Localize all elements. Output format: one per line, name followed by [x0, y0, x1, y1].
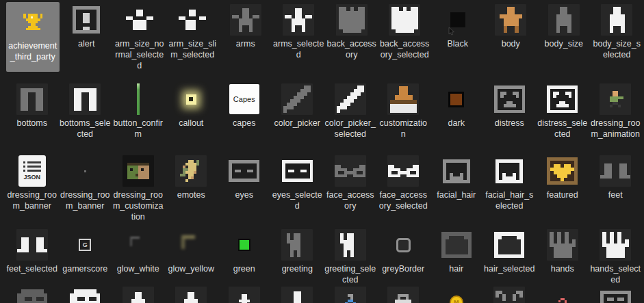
asset-tile-arm-size-normal-selected[interactable]: arm_size_normal_selected	[113, 0, 166, 79]
asset-tile-greeting[interactable]: greeting	[271, 225, 324, 282]
icon-area	[17, 286, 47, 303]
asset-label: arms_selected	[272, 38, 326, 60]
asset-tile-head-tile-white[interactable]	[59, 282, 112, 303]
asset-tile-glow-white[interactable]: glow_white	[112, 225, 165, 282]
asset-tile-head-tile-gray[interactable]	[5, 282, 59, 303]
asset-tile-hands-selected[interactable]: hands_selected	[589, 225, 643, 282]
asset-label: alert	[60, 38, 114, 49]
asset-tile-red-glyph[interactable]	[536, 282, 589, 303]
asset-label: feet	[589, 189, 643, 200]
asset-tile-greeting-selected[interactable]: greeting_selected	[324, 225, 377, 282]
asset-tile-back-accessory-selected[interactable]: back_accessory_selected	[378, 0, 432, 79]
asset-tile-facial-hair[interactable]: facial_hair	[430, 151, 483, 225]
asset-grid: achievement_third_partyalertarm_size_nor…	[0, 0, 644, 303]
asset-tile-arm-size-slim-selected[interactable]: arm_size_slim_selected	[166, 0, 220, 79]
asset-tile-facial-hair-selected[interactable]: facial_hair_selected	[483, 151, 537, 225]
icon-area	[600, 228, 631, 261]
asset-tile-dressing-room-animation[interactable]: dressing_room_animation	[589, 79, 643, 151]
asset-row-4: feet_selectedGgamerscoreglow_whiteglow_y…	[5, 225, 644, 282]
asset-tile-dressing-room-banner[interactable]: JSONdressing_room_banner	[5, 151, 59, 225]
asset-tile-padlock[interactable]	[377, 282, 430, 303]
asset-tile-achievement-third-party[interactable]: achievement_third_party	[6, 2, 60, 72]
asset-tile-green[interactable]: green	[218, 225, 271, 282]
asset-label: bottoms	[5, 118, 59, 129]
asset-tile-color-picker-selected[interactable]: color_picker_selected	[324, 79, 377, 151]
icon-area	[389, 3, 420, 36]
asset-row-1: achievement_third_partyalertarm_size_nor…	[5, 0, 644, 79]
icon-area	[601, 3, 632, 36]
asset-tile-feet-selected[interactable]: feet_selected	[5, 225, 59, 282]
asset-tile-hands[interactable]: hands	[536, 225, 589, 282]
asset-tile-hanger[interactable]	[324, 282, 377, 303]
expand-arrows-icon	[495, 291, 523, 303]
asset-tile-distress-selected[interactable]: distress_selected	[536, 79, 589, 151]
asset-tile-dressing-room-banner[interactable]: dressing_room_banner	[59, 151, 112, 225]
green-square-icon	[238, 239, 250, 251]
asset-tile-expand-arrows[interactable]	[483, 282, 537, 303]
asset-tile-customization[interactable]: customization	[377, 79, 430, 151]
capes-card-icon: Capes	[229, 84, 259, 114]
coin-icon: M	[450, 295, 463, 303]
asset-tile-arms-selected[interactable]: arms_selected	[272, 0, 326, 79]
asset-tile-eyes[interactable]: eyes	[218, 151, 271, 225]
icon-backdrop	[335, 155, 366, 187]
icon-backdrop	[16, 229, 48, 261]
icon-area: Capes	[229, 83, 259, 116]
icon-backdrop	[175, 155, 207, 187]
icon-backdrop	[600, 155, 631, 187]
capes-icon-text: Capes	[233, 95, 255, 103]
icon-area	[123, 155, 154, 187]
icon-area	[387, 286, 419, 303]
icon-area	[181, 228, 201, 261]
asset-tile-bottoms[interactable]: bottoms	[5, 79, 59, 151]
asset-tile-bust-figure-4[interactable]	[271, 282, 324, 303]
asset-tile-hair-selected[interactable]: hair_selected	[483, 225, 537, 282]
icon-area	[558, 286, 567, 303]
asset-tile-gamerscore[interactable]: Ggamerscore	[59, 225, 112, 282]
asset-tile-bust-figure-2[interactable]	[165, 282, 218, 303]
asset-tile-distress[interactable]: distress	[483, 79, 537, 151]
asset-tile-bust-figure-3[interactable]	[218, 282, 271, 303]
icon-backdrop	[123, 287, 154, 303]
asset-tile-Black[interactable]: Black	[431, 0, 485, 79]
icon-area	[69, 83, 101, 116]
asset-tile-glow-yellow[interactable]: glow_yellow	[165, 225, 218, 282]
asset-tile-feet[interactable]: feet	[589, 151, 643, 225]
asset-tile-alert[interactable]: alert	[60, 0, 114, 79]
icon-area	[547, 155, 578, 187]
asset-tile-dressing-room-customization[interactable]: dressing_room_customization	[112, 151, 165, 225]
asset-tile-face-accessory-selected[interactable]: face_accessory_selected	[377, 151, 430, 225]
asset-tile-bust-figure-1[interactable]	[112, 282, 165, 303]
icon-area	[600, 286, 631, 303]
asset-tile-dark[interactable]: dark	[430, 79, 483, 151]
asset-label: dressing_room_animation	[589, 118, 643, 140]
face-outline-icon	[600, 291, 631, 303]
icon-backdrop	[336, 4, 368, 36]
asset-tile-eyes-selected[interactable]: eyes_selected	[271, 151, 324, 225]
asset-tile-button-confirm[interactable]: button_confirm	[112, 79, 165, 151]
asset-tile-greyBorder[interactable]: greyBorder	[377, 225, 430, 282]
asset-tile-color-picker[interactable]: color_picker	[271, 79, 324, 151]
asset-tile-face-outline[interactable]	[589, 282, 643, 303]
asset-tile-bottoms-selected[interactable]: bottoms_selected	[59, 79, 112, 151]
tiny-dot-icon	[84, 170, 86, 172]
head-tile-gray-icon	[17, 289, 47, 303]
asset-label: greyBorder	[377, 263, 430, 274]
asset-tile-back-accessory[interactable]: back_accessory	[325, 0, 378, 79]
asset-tile-capes[interactable]: Capescapes	[218, 79, 271, 151]
asset-tile-body[interactable]: body	[485, 0, 538, 79]
asset-label: distress	[483, 118, 537, 129]
pen-white-icon	[337, 85, 364, 113]
asset-tile-face-accessory[interactable]: face_accessory	[324, 151, 377, 225]
asset-tile-arms[interactable]: arms	[219, 0, 272, 79]
icon-backdrop	[548, 4, 580, 36]
asset-tile-coin[interactable]: M	[430, 282, 483, 303]
coin-text: M	[454, 299, 459, 303]
asset-tile-body-size-selected[interactable]: body_size_selected	[591, 0, 644, 79]
asset-tile-emotes[interactable]: emotes	[165, 151, 218, 225]
asset-tile-hair[interactable]: hair	[430, 225, 483, 282]
asset-tile-body-size[interactable]: body_size	[537, 0, 591, 79]
asset-row-2: bottomsbottoms_selectedbutton_confirmcal…	[5, 79, 644, 151]
asset-tile-featured[interactable]: featured	[536, 151, 589, 225]
asset-tile-callout[interactable]: callout	[165, 79, 218, 151]
